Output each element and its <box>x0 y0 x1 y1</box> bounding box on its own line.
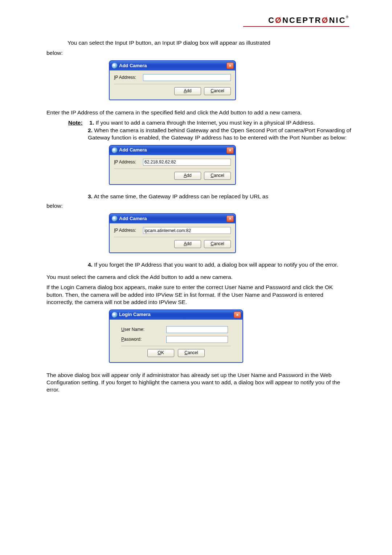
dialog1-title: Add Camera <box>119 63 225 69</box>
brand-underline <box>243 26 349 27</box>
ip-address-input[interactable] <box>143 227 231 234</box>
note1-number: 1. <box>89 119 94 126</box>
intro-line2: below: <box>46 49 351 57</box>
dialog3-titlebar[interactable]: Add Camera × <box>110 214 235 223</box>
cancel-button[interactable]: Cancel <box>204 240 231 248</box>
intro-line1: You can select the Input IP button, an I… <box>68 40 270 46</box>
add-button[interactable]: Add <box>174 172 201 180</box>
camera-app-icon <box>112 216 118 222</box>
add-camera-dialog-1: Add Camera × IP Address: Add Cancel <box>109 60 236 100</box>
add-button[interactable]: Add <box>174 87 201 95</box>
select-camera-paragraph: You must select the camera and click the… <box>46 274 351 281</box>
page-content: You can select the Input IP button, an I… <box>46 39 351 396</box>
note4-text: If you forget the IP Address that you wa… <box>94 262 338 268</box>
enter-ip-paragraph: Enter the IP Address of the camera in th… <box>46 109 351 116</box>
ip-address-label: IP Address: <box>114 75 140 81</box>
login-camera-paragraph: If the Login Camera dialog box appears, … <box>46 284 351 305</box>
note4-number: 4. <box>88 262 93 268</box>
add-button[interactable]: Add <box>174 240 201 248</box>
cancel-button[interactable]: Cancel <box>178 349 205 357</box>
camera-app-icon <box>112 147 118 153</box>
ok-button[interactable]: OK <box>147 349 174 357</box>
trademark-symbol: ® <box>346 15 348 19</box>
note3-text-a: At the same time, the Gateway IP address… <box>94 193 268 199</box>
ip-address-label: IP Address: <box>114 159 140 165</box>
dialog3-title: Add Camera <box>119 216 225 222</box>
close-icon[interactable]: × <box>226 215 234 222</box>
note-label: Note: <box>68 119 88 126</box>
username-input[interactable] <box>166 326 228 333</box>
note-block: Note: 1. If you want to add a camera thr… <box>68 119 351 141</box>
dialog1-titlebar[interactable]: Add Camera × <box>110 61 235 70</box>
ip-address-input[interactable] <box>143 74 231 81</box>
password-input[interactable] <box>166 336 228 343</box>
ip-address-input[interactable] <box>143 159 231 166</box>
note3-number: 3. <box>88 193 93 199</box>
login-titlebar[interactable]: Login Camera × <box>110 310 242 320</box>
login-camera-dialog: Login Camera × User Name: Password: OK C… <box>109 309 243 363</box>
close-icon[interactable]: × <box>226 147 234 154</box>
note2-number: 2. <box>88 127 93 133</box>
admin-setup-paragraph: The above dialog box will appear only if… <box>46 372 351 393</box>
dialog2-titlebar[interactable]: Add Camera × <box>110 146 235 155</box>
camera-app-icon <box>112 63 118 69</box>
brand-logo: CØNCEPTRØNIC® <box>268 15 348 26</box>
ip-address-label: IP Address: <box>114 228 140 234</box>
note3-text-b: below: <box>46 203 63 209</box>
note2-text: When the camera is installed behind Gate… <box>88 127 351 141</box>
close-icon[interactable]: × <box>226 62 234 69</box>
camera-app-icon <box>112 312 118 318</box>
username-label: User Name: <box>121 327 163 333</box>
cancel-button[interactable]: Cancel <box>204 172 231 180</box>
dialog2-title: Add Camera <box>119 147 225 153</box>
note1-text: If you want to add a camera through the … <box>96 119 315 126</box>
add-camera-dialog-3: Add Camera × IP Address: Add Cancel <box>109 213 236 253</box>
add-camera-dialog-2: Add Camera × IP Address: Add Cancel <box>109 145 236 185</box>
login-title: Login Camera <box>119 312 232 318</box>
password-label: Password: <box>121 337 163 343</box>
close-icon[interactable]: × <box>234 312 241 318</box>
cancel-button[interactable]: Cancel <box>204 87 231 95</box>
